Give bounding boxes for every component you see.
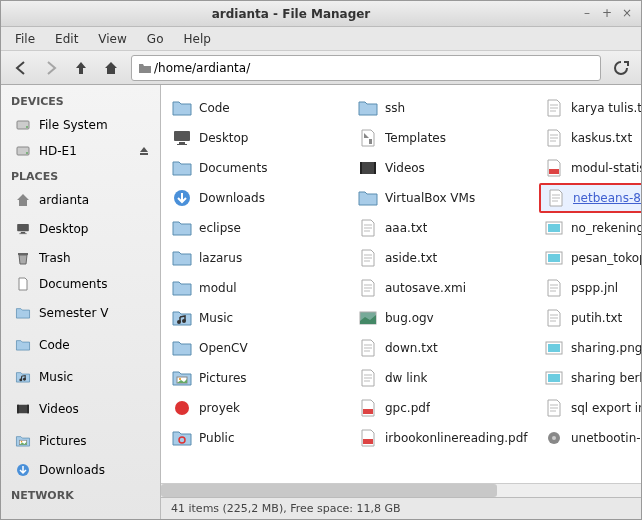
- file-item[interactable]: sharing berhasil.png: [539, 363, 641, 393]
- file-item[interactable]: aside.txt: [353, 243, 539, 273]
- file-name: autosave.xmi: [385, 281, 466, 295]
- scrollbar-thumb[interactable]: [161, 484, 497, 497]
- sidebar-place-music[interactable]: Music: [1, 361, 160, 393]
- home-button[interactable]: [97, 54, 125, 82]
- svg-rect-4: [140, 153, 148, 155]
- folder-icon: [171, 157, 193, 179]
- svg-rect-18: [179, 142, 185, 144]
- file-item[interactable]: Documents: [167, 153, 353, 183]
- statusbar: 41 items (225,2 MB), Free space: 11,8 GB: [161, 497, 641, 519]
- file-item[interactable]: sharing.png: [539, 333, 641, 363]
- svg-rect-11: [17, 405, 29, 414]
- file-name: VirtualBox VMs: [385, 191, 475, 205]
- file-item[interactable]: ssh: [353, 93, 539, 123]
- sidebar-place-videos[interactable]: Videos: [1, 393, 160, 425]
- file-item[interactable]: unetbootin-linux-583: [539, 423, 641, 453]
- sidebar-device-hd-e1[interactable]: HD-E1: [1, 138, 160, 164]
- sidebar-place-downloads[interactable]: Downloads: [1, 457, 160, 483]
- svg-rect-7: [19, 233, 26, 234]
- file-name: eclipse: [199, 221, 241, 235]
- file-item[interactable]: lazarus: [167, 243, 353, 273]
- text-icon: [357, 367, 379, 389]
- file-item[interactable]: Public: [167, 423, 353, 453]
- file-item[interactable]: netbeans-8.0.1-linux.sh: [539, 183, 641, 213]
- up-button[interactable]: [67, 54, 95, 82]
- svg-point-1: [26, 126, 28, 128]
- file-item[interactable]: putih.txt: [539, 303, 641, 333]
- forward-button[interactable]: [37, 54, 65, 82]
- file-item[interactable]: autosave.xmi: [353, 273, 539, 303]
- public-icon: [171, 427, 193, 449]
- sidebar-place-pictures[interactable]: Pictures: [1, 425, 160, 457]
- menu-file[interactable]: File: [7, 30, 43, 48]
- svg-point-21: [177, 320, 181, 324]
- file-item[interactable]: dw link: [353, 363, 539, 393]
- reload-button[interactable]: [607, 54, 635, 82]
- folder-icon: [171, 247, 193, 269]
- file-item[interactable]: Code: [167, 93, 353, 123]
- svg-rect-72: [548, 374, 560, 382]
- file-item[interactable]: eclipse: [167, 213, 353, 243]
- path-input[interactable]: [154, 61, 596, 75]
- maximize-button[interactable]: +: [599, 6, 615, 22]
- thumb-icon: [357, 307, 379, 329]
- file-item[interactable]: sql export import.txt: [539, 393, 641, 423]
- sidebar-place-ardianta[interactable]: ardianta: [1, 187, 160, 213]
- file-item[interactable]: aaa.txt: [353, 213, 539, 243]
- file-item[interactable]: pesan_tokopedia.png: [539, 243, 641, 273]
- file-item[interactable]: karya tulis.txt: [539, 93, 641, 123]
- file-item[interactable]: VirtualBox VMs: [353, 183, 539, 213]
- menu-view[interactable]: View: [90, 30, 134, 48]
- sidebar-item-label: Videos: [39, 402, 79, 416]
- file-item[interactable]: no_rekening_tokopedia.png: [539, 213, 641, 243]
- pathbar[interactable]: [131, 55, 601, 81]
- eject-icon[interactable]: [138, 145, 150, 157]
- file-item[interactable]: Pictures: [167, 363, 353, 393]
- file-name: gpc.pdf: [385, 401, 430, 415]
- file-item[interactable]: gpc.pdf: [353, 393, 539, 423]
- menu-edit[interactable]: Edit: [47, 30, 86, 48]
- file-name: Documents: [199, 161, 267, 175]
- drive-icon: [15, 143, 31, 159]
- file-item[interactable]: bug.ogv: [353, 303, 539, 333]
- file-item[interactable]: modul: [167, 273, 353, 303]
- sidebar-devices-header: DEVICES: [1, 89, 160, 112]
- sidebar-item-label: Trash: [39, 251, 71, 265]
- file-name: putih.txt: [571, 311, 622, 325]
- menu-go[interactable]: Go: [139, 30, 172, 48]
- file-item[interactable]: down.txt: [353, 333, 539, 363]
- sidebar-place-semester-v[interactable]: Semester V: [1, 297, 160, 329]
- file-item[interactable]: Templates: [353, 123, 539, 153]
- sidebar-place-documents[interactable]: Documents: [1, 271, 160, 297]
- file-item[interactable]: irbookonlinereading.pdf: [353, 423, 539, 453]
- templates-icon: [357, 127, 379, 149]
- horizontal-scrollbar[interactable]: [161, 483, 641, 497]
- sidebar-place-code[interactable]: Code: [1, 329, 160, 361]
- minimize-button[interactable]: –: [579, 6, 595, 22]
- file-item[interactable]: OpenCV: [167, 333, 353, 363]
- folder-icon: [136, 61, 154, 75]
- svg-point-9: [19, 378, 22, 381]
- file-name: lazarus: [199, 251, 242, 265]
- file-item[interactable]: Downloads: [167, 183, 353, 213]
- svg-point-77: [552, 436, 556, 440]
- file-item[interactable]: modul-statistika.pdf: [539, 153, 641, 183]
- img-icon: [543, 217, 565, 239]
- file-item[interactable]: Desktop: [167, 123, 353, 153]
- doc-icon: [15, 276, 31, 292]
- file-item[interactable]: Videos: [353, 153, 539, 183]
- menu-help[interactable]: Help: [175, 30, 218, 48]
- sidebar-item-label: ardianta: [39, 193, 89, 207]
- sidebar-place-trash[interactable]: Trash: [1, 245, 160, 271]
- file-grid[interactable]: CodeDesktopDocumentsDownloadseclipselaza…: [161, 85, 641, 483]
- close-button[interactable]: ×: [619, 6, 635, 22]
- back-button[interactable]: [7, 54, 35, 82]
- sidebar-device-file-system[interactable]: File System: [1, 112, 160, 138]
- pdf-icon: [543, 157, 565, 179]
- file-name: modul-statistika.pdf: [571, 161, 641, 175]
- sidebar-place-desktop[interactable]: Desktop: [1, 213, 160, 245]
- file-item[interactable]: pspp.jnl: [539, 273, 641, 303]
- file-item[interactable]: Music: [167, 303, 353, 333]
- file-item[interactable]: kaskus.txt: [539, 123, 641, 153]
- file-item[interactable]: proyek: [167, 393, 353, 423]
